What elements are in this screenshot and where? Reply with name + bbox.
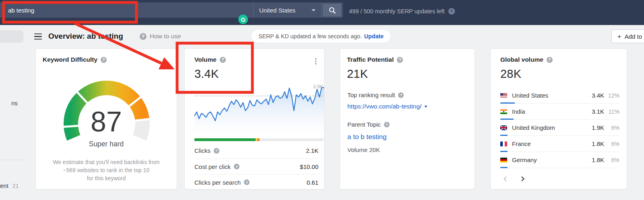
country-row: United Kingdom 1.9K 6% — [500, 120, 619, 136]
trend-peak-label: 3.9K — [313, 84, 323, 90]
country-row: United States 3.4K 12% — [500, 88, 619, 104]
traffic-potential-value: 21K — [347, 67, 475, 81]
search-button[interactable] — [323, 4, 341, 17]
topbar: United States 499 / 500 monthly SERP upd… — [0, 0, 644, 25]
metric-row-clicks: Clicks ? 2.1K — [194, 143, 318, 158]
country-row: France 1.8K 6% — [500, 136, 619, 152]
country-row: Germany 1.8K 6% — [500, 152, 619, 168]
question-icon[interactable]: ? — [234, 164, 239, 169]
volume-card: Volume ? 3.4K 3.9K Clicks — [184, 48, 324, 190]
top-ranking-label: Top ranking result ? — [347, 92, 467, 98]
card-title: Volume — [194, 56, 217, 63]
update-status-text: SERP & KD updated a few seconds ago. — [258, 33, 362, 40]
flag-us-icon — [500, 93, 507, 98]
clicks-distribution-bar — [194, 138, 323, 141]
keywords-explorer-page: United States 499 / 500 monthly SERP upd… — [0, 0, 644, 200]
sidebar-item-fragment[interactable]: ns — [11, 100, 18, 106]
question-icon[interactable]: ? — [397, 57, 403, 63]
sidebar-toggle-icon[interactable] — [34, 33, 42, 40]
card-title: Keyword Difficulty — [43, 56, 97, 63]
add-to-label: Add to — [625, 33, 642, 40]
difficulty-value: 87 — [36, 108, 177, 136]
sidebar-item-fragment[interactable]: ent 21 — [0, 182, 19, 189]
update-link[interactable]: Update — [364, 33, 384, 40]
page-title: Overview: ab testing — [48, 32, 123, 41]
country-list-pagination — [504, 177, 524, 181]
flag-gb-icon — [500, 125, 507, 130]
update-status-pill: SERP & KD updated a few seconds ago. Upd… — [252, 30, 390, 43]
chevron-down-icon — [424, 106, 427, 108]
serp-quota: 499 / 500 monthly SERP updates left ? — [349, 8, 455, 15]
difficulty-description: We estimate that you’ll need backlinks f… — [40, 158, 173, 183]
country-row: India 3.1K 11% — [500, 104, 619, 120]
keyword-search-bar: United States — [0, 2, 343, 18]
metric-row-cpc: Cost per click ? $10.00 — [194, 158, 318, 174]
keyword-search-input[interactable] — [0, 2, 253, 18]
question-icon[interactable]: ? — [547, 57, 553, 63]
flag-fr-icon — [500, 142, 507, 146]
question-icon: ? — [140, 33, 147, 40]
difficulty-level: Super hard — [36, 140, 177, 148]
parent-topic-label: Parent Topic ? — [347, 121, 467, 128]
question-icon[interactable]: ? — [384, 122, 390, 127]
keyword-difficulty-card: Keyword Difficulty ? 87 Super hard We es… — [35, 48, 177, 190]
sidebar-selected-item[interactable] — [0, 30, 23, 43]
share-bar — [500, 167, 508, 168]
help-icon[interactable]: ? — [448, 8, 455, 15]
flag-in-icon — [500, 109, 507, 114]
traffic-potential-card: Traffic Potential ? 21K Top ranking resu… — [340, 48, 475, 190]
chevron-down-icon — [312, 9, 316, 11]
volume-metrics: Clicks ? 2.1K Cost per click ? $10.00 Cl… — [194, 143, 318, 189]
question-icon[interactable]: ? — [244, 179, 250, 185]
metric-row-cps: Clicks per search ? 0.61 — [194, 174, 318, 190]
global-volume-card: Global volume ? 28K United States 3.4K 1… — [490, 48, 627, 190]
country-selector-value: United States — [259, 7, 308, 14]
card-title: Traffic Potential — [347, 56, 394, 63]
sidebar-divider — [0, 160, 25, 160]
search-icon — [329, 7, 336, 14]
country-volume-list: United States 3.4K 12% India 3.1K 11% Un… — [500, 88, 619, 168]
volume-trend-chart: 3.9K — [194, 83, 324, 133]
sidebar-item-count: 21 — [12, 183, 19, 189]
distribution-segment-no-click — [260, 138, 323, 141]
top-ranking-url-link[interactable]: https://vwo.com/ab-testing/ — [347, 103, 467, 110]
add-to-button[interactable]: + Add to — [611, 29, 644, 43]
distribution-segment-organic — [194, 138, 256, 141]
global-volume-value: 28K — [500, 67, 627, 81]
plus-icon: + — [617, 33, 621, 40]
question-icon[interactable]: ? — [214, 148, 219, 154]
country-selector-dropdown[interactable]: United States — [253, 2, 322, 18]
flag-de-icon — [500, 158, 507, 162]
grammarly-badge[interactable]: G — [238, 15, 248, 24]
parent-topic-link[interactable]: a to b testing — [347, 133, 467, 141]
question-icon[interactable]: ? — [101, 57, 107, 63]
question-icon[interactable]: ? — [220, 57, 226, 63]
how-to-use[interactable]: ? How to use — [140, 33, 181, 40]
parent-topic-volume: Volume 20K — [347, 146, 467, 153]
serp-quota-text: 499 / 500 monthly SERP updates left — [349, 8, 445, 15]
volume-value: 3.4K — [194, 67, 324, 81]
how-to-use-label: How to use — [150, 33, 181, 40]
card-title: Global volume — [500, 56, 543, 63]
more-options-icon[interactable] — [314, 57, 318, 66]
prev-page-icon[interactable] — [504, 176, 509, 181]
question-icon[interactable]: ? — [398, 92, 404, 98]
next-page-icon[interactable] — [519, 176, 524, 181]
